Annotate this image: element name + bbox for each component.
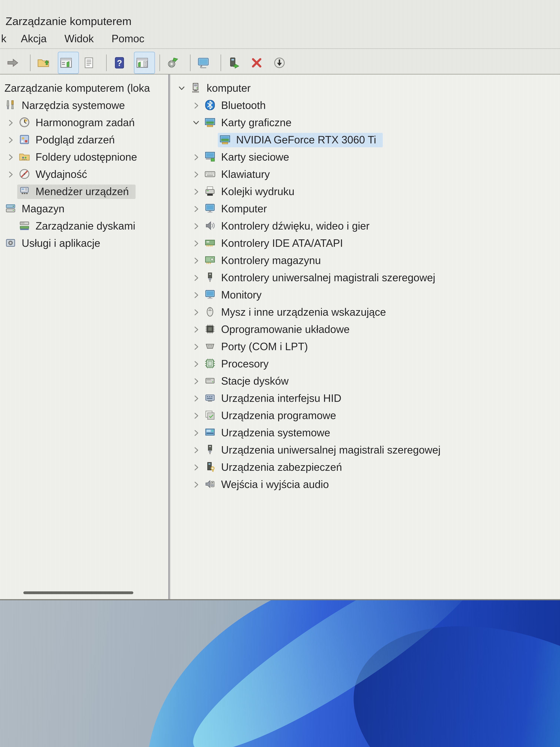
item-content: Kontrolery uniwersalnej magistrali szere… (203, 271, 442, 285)
scan-hardware-changes-button[interactable] (164, 52, 186, 74)
tree-item-komputer[interactable]: komputer (170, 79, 560, 97)
item-content: Urządzenia uniwersalnej magistrali szere… (203, 443, 447, 457)
tree-item-label: Kontrolery uniwersalnej magistrali szere… (221, 271, 435, 284)
tree-item-label: Oprogramowanie układowe (221, 323, 350, 336)
tree-item-wej-cia-i-wyj-cia-audio[interactable]: Wejścia i wyjścia audio (170, 476, 560, 493)
tree-item-urz-dzenia-zabezpiecze[interactable]: Urządzenia zabezpieczeń (170, 459, 560, 476)
tree-item-kontrolery-d-wi-ku-wideo-i-gier[interactable]: Kontrolery dźwięku, wideo i gier (170, 217, 560, 235)
tree-item-bluetooth[interactable]: Bluetooth (170, 97, 560, 114)
scan-hardware-icon (166, 56, 179, 69)
tree-item-karty-graficzne[interactable]: Karty graficzne (170, 114, 560, 131)
tree-item-komputer[interactable]: Komputer (170, 200, 560, 217)
tree-item-podgl-d-zdarze[interactable]: Podgląd zdarzeń (0, 131, 168, 148)
tree-item-zarz-dzanie-dyskami[interactable]: Zarządzanie dyskami (0, 217, 168, 235)
chevron-collapsed-icon[interactable] (189, 254, 203, 266)
uninstall-device-button[interactable] (248, 52, 269, 74)
chevron-collapsed-icon[interactable] (189, 203, 203, 215)
chevron-collapsed-icon[interactable] (189, 306, 203, 318)
tree-item-wydajno[interactable]: Wydajność (0, 165, 168, 183)
title-bar[interactable]: Zarządzanie komputerem (0, 0, 560, 30)
tree-item-nvidia-geforce-rtx-3060-ti[interactable]: NVIDIA GeForce RTX 3060 Ti (170, 131, 560, 148)
item-content: Kontrolery dźwięku, wideo i gier (203, 219, 376, 233)
export-list-button[interactable] (81, 52, 102, 74)
up-level-button[interactable] (35, 52, 56, 74)
menu-item-widok[interactable]: Widok (56, 31, 103, 47)
tree-item-kolejki-wydruku[interactable]: Kolejki wydruku (170, 183, 560, 200)
tree-item-klawiatury[interactable]: Klawiatury (170, 165, 560, 183)
item-content: Zarządzanie komputerem (loka (3, 81, 157, 96)
chevron-collapsed-icon[interactable] (189, 461, 203, 473)
chevron-collapsed-icon[interactable] (189, 237, 203, 249)
chevron-collapsed-icon[interactable] (189, 220, 203, 232)
security-device-icon (204, 461, 216, 473)
disable-device-button[interactable] (271, 52, 292, 74)
tree-item-urz-dzenia-uniwersalnej-magistrali-szere[interactable]: Urządzenia uniwersalnej magistrali szere… (170, 441, 560, 459)
tree-item-magazyn[interactable]: Magazyn (0, 200, 168, 217)
tree-item-monitory[interactable]: Monitory (170, 286, 560, 304)
computer-properties-button[interactable] (195, 52, 216, 74)
item-content: Monitory (203, 288, 268, 302)
chevron-collapsed-icon[interactable] (3, 117, 17, 129)
chevron-collapsed-icon[interactable] (189, 409, 203, 422)
chevron-placeholder (3, 220, 17, 232)
tree-item-us-ugi-i-aplikacje[interactable]: Usługi i aplikacje (0, 235, 168, 252)
chevron-collapsed-icon[interactable] (189, 479, 203, 491)
chevron-collapsed-icon[interactable] (189, 272, 203, 284)
tree-item-porty-com-i-lpt[interactable]: Porty (COM i LPT) (170, 338, 560, 355)
tree-item-oprogramowanie-uk-adowe[interactable]: Oprogramowanie układowe (170, 321, 560, 338)
tree-item-label: Urządzenia zabezpieczeń (221, 461, 342, 473)
chevron-collapsed-icon[interactable] (189, 99, 203, 111)
chevron-collapsed-icon[interactable] (189, 323, 203, 336)
chevron-collapsed-icon[interactable] (189, 340, 203, 353)
help-button[interactable]: ? (111, 52, 132, 74)
tree-item-urz-dzenia-interfejsu-hid[interactable]: Urządzenia interfejsu HID (170, 390, 560, 407)
menu-item-plik-partial[interactable]: k (0, 31, 12, 47)
computer-icon (189, 82, 202, 94)
chevron-collapsed-icon[interactable] (189, 185, 203, 198)
tree-item-foldery-udost-pnione[interactable]: Foldery udostępnione (0, 148, 168, 165)
chevron-expanded-icon[interactable] (189, 117, 203, 129)
item-content: Zarządzanie dyskami (17, 219, 142, 233)
chevron-collapsed-icon[interactable] (189, 168, 203, 180)
tree-item-mened-er-urz-dze[interactable]: Menedżer urządzeń (0, 183, 168, 200)
tree-item-stacje-dysk-w[interactable]: Stacje dysków (170, 372, 560, 390)
chevron-collapsed-icon[interactable] (3, 134, 17, 146)
chevron-collapsed-icon[interactable] (189, 427, 203, 439)
tree-item-zarz-dzanie-komputerem-loka[interactable]: Zarządzanie komputerem (loka (0, 79, 168, 97)
tree-item-procesory[interactable]: Procesory (170, 355, 560, 372)
device-tree: komputerBluetoothKarty graficzneNVIDIA G… (170, 75, 560, 493)
chevron-expanded-icon[interactable] (175, 82, 188, 94)
tree-item-kontrolery-ide-ata-atapi[interactable]: Kontrolery IDE ATA/ATAPI (170, 235, 560, 252)
tree-item-harmonogram-zada[interactable]: Harmonogram zadań (0, 114, 168, 131)
toggle-action-pane-button[interactable] (134, 52, 155, 74)
tree-item-label: Zarządzanie dyskami (35, 220, 135, 232)
tree-item-karty-sieciowe[interactable]: Karty sieciowe (170, 148, 560, 165)
chevron-collapsed-icon[interactable] (189, 151, 203, 163)
chevron-collapsed-icon[interactable] (3, 151, 17, 163)
chevron-collapsed-icon[interactable] (3, 168, 17, 180)
toggle-console-tree-button[interactable] (58, 52, 79, 74)
item-content: Urządzenia systemowe (203, 426, 337, 440)
forward-button[interactable] (4, 52, 26, 74)
tree-item-mysz-i-inne-urz-dzenia-wskazuj-ce[interactable]: Mysz i inne urządzenia wskazujące (170, 304, 560, 321)
tree-item-narz-dzia-systemowe[interactable]: Narzędzia systemowe (0, 97, 168, 114)
horizontal-scrollbar-thumb[interactable] (23, 591, 133, 594)
tree-item-kontrolery-magazynu[interactable]: Kontrolery magazynu (170, 252, 560, 269)
menu-item-akcja[interactable]: Akcja (12, 31, 56, 47)
tree-item-urz-dzenia-programowe[interactable]: Urządzenia programowe (170, 407, 560, 424)
chevron-collapsed-icon[interactable] (189, 358, 203, 370)
chevron-collapsed-icon[interactable] (189, 289, 203, 301)
tree-item-urz-dzenia-systemowe[interactable]: Urządzenia systemowe (170, 424, 560, 441)
tree-item-label: Urządzenia uniwersalnej magistrali szere… (221, 443, 441, 456)
chevron-collapsed-icon[interactable] (189, 375, 203, 387)
chevron-collapsed-icon[interactable] (189, 444, 203, 456)
storage-controller-icon (204, 254, 216, 266)
chevron-collapsed-icon[interactable] (189, 392, 203, 405)
console-window-icon (60, 56, 72, 69)
update-driver-icon (228, 56, 240, 69)
disk-management-icon (18, 220, 31, 232)
tree-item-kontrolery-uniwersalnej-magistrali-szere[interactable]: Kontrolery uniwersalnej magistrali szere… (170, 269, 560, 286)
update-driver-button[interactable] (225, 52, 247, 74)
tree-item-label: Zarządzanie komputerem (loka (4, 81, 150, 94)
menu-item-pomoc[interactable]: Pomoc (103, 31, 153, 47)
